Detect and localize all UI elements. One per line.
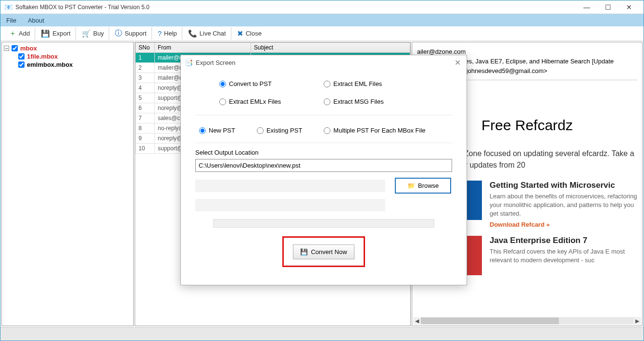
cart-icon: 🛒	[82, 29, 91, 38]
livechat-button[interactable]: 📞Live Chat	[183, 27, 231, 40]
radio-extract-msg[interactable]: Extract MSG Files	[324, 98, 428, 105]
tree-item-checkbox[interactable]	[18, 53, 25, 60]
radio-existing-pst[interactable]: Existing PST	[257, 127, 302, 134]
output-path-input[interactable]	[195, 159, 452, 172]
browse-button[interactable]: 📁Browse	[395, 178, 451, 194]
livechat-label: Live Chat	[200, 30, 226, 37]
tree-root-label: mbox	[20, 45, 37, 52]
progress-placeholder	[195, 199, 385, 211]
export-button[interactable]: 💾Export	[36, 27, 76, 40]
help-button[interactable]: ?Help	[153, 27, 182, 40]
tree-item-label: emlmbox.mbox	[27, 61, 73, 68]
tree-item[interactable]: emlmbox.mbox	[4, 61, 131, 69]
dialog-icon: 📑	[185, 59, 193, 66]
radio-multiple-pst[interactable]: Multiple PST For Each MBox File	[324, 127, 425, 134]
progress-bar	[213, 219, 434, 228]
tree-root[interactable]: − mbox	[4, 44, 131, 52]
col-from[interactable]: From	[155, 43, 251, 53]
add-button[interactable]: ＋Add	[4, 27, 35, 40]
tree-item-checkbox[interactable]	[18, 61, 25, 68]
app-icon: 📧	[4, 3, 13, 11]
toolbar: ＋Add 💾Export 🛒Buy ⓘSupport ?Help 📞Live C…	[0, 26, 644, 41]
folder-tree: − mbox 1file.mbox emlmbox.mbox	[1, 42, 134, 326]
convert-highlight: 💾Convert Now	[282, 236, 365, 267]
help-label: Help	[164, 30, 177, 37]
menu-about[interactable]: About	[28, 17, 44, 24]
menu-bar: File About	[0, 14, 644, 26]
buy-label: Buy	[93, 30, 104, 37]
radio-extract-emlx[interactable]: Extract EMLx Files	[219, 98, 324, 105]
card-title: Getting Started with Microservic	[490, 181, 637, 190]
dialog-titlebar: 📑 Export Screen ✕	[181, 55, 467, 70]
radio-extract-eml[interactable]: Extract EML Files	[324, 80, 428, 87]
export-dialog: 📑 Export Screen ✕ Convert to PST Extract…	[180, 55, 467, 285]
status-bar	[0, 327, 644, 341]
close-label: Close	[246, 30, 262, 37]
tree-root-checkbox[interactable]	[12, 45, 18, 51]
tree-item-label: 1file.mbox	[27, 53, 58, 60]
close-window-button[interactable]: ✕	[619, 0, 640, 14]
window-title: Softaken MBOX to PST Converter - Trial V…	[15, 4, 576, 11]
minimize-button[interactable]: —	[576, 0, 597, 14]
tree-item[interactable]: 1file.mbox	[4, 52, 131, 61]
save-icon: 💾	[300, 248, 308, 256]
horizontal-scrollbar[interactable]: ◀ ▶	[413, 317, 641, 325]
convert-now-button[interactable]: 💾Convert Now	[293, 244, 354, 259]
help-icon: ?	[158, 29, 162, 37]
plus-icon: ＋	[9, 29, 16, 38]
dialog-close-button[interactable]: ✕	[453, 58, 463, 67]
title-bar: 📧 Softaken MBOX to PST Converter - Trial…	[0, 0, 644, 14]
close-button[interactable]: ✖Close	[232, 27, 266, 40]
buy-button[interactable]: 🛒Buy	[77, 27, 109, 40]
collapse-icon[interactable]: −	[4, 46, 9, 51]
support-label: Support	[125, 30, 147, 37]
card-title: Java Enterprise Edition 7	[490, 236, 637, 245]
dialog-title: Export Screen	[196, 59, 453, 66]
radio-convert-pst[interactable]: Convert to PST	[219, 80, 324, 87]
support-button[interactable]: ⓘSupport	[110, 27, 152, 40]
save-icon: 💾	[41, 29, 50, 38]
card-desc: Learn about the benefits of microservice…	[490, 192, 637, 219]
col-sno[interactable]: SNo	[136, 43, 155, 53]
scrollbar-thumb[interactable]	[421, 317, 559, 324]
close-icon: ✖	[237, 29, 243, 38]
output-location-label: Select Output Location	[195, 149, 452, 156]
support-icon: ⓘ	[115, 29, 122, 38]
progress-placeholder	[195, 180, 385, 192]
col-subject[interactable]: Subject	[251, 43, 410, 53]
card-desc: This Refcard covers the key APIs of Java…	[490, 247, 637, 265]
maximize-button[interactable]: ☐	[597, 0, 619, 14]
folder-icon: 📁	[407, 182, 415, 189]
menu-file[interactable]: File	[6, 17, 16, 24]
export-label: Export	[52, 30, 71, 37]
download-link[interactable]: Download Refcard »	[490, 221, 550, 228]
radio-new-pst[interactable]: New PST	[199, 127, 235, 134]
scroll-left-icon[interactable]: ◀	[413, 318, 421, 324]
scroll-right-icon[interactable]: ▶	[633, 318, 641, 324]
add-label: Add	[19, 30, 30, 37]
phone-icon: 📞	[188, 29, 197, 38]
